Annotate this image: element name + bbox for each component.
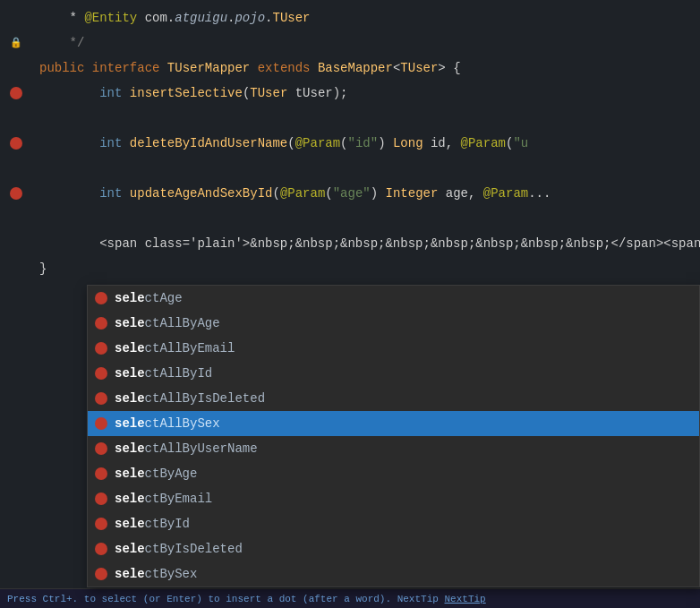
code-content-1: * @Entity com.atguigu.pojo.TUser — [32, 5, 693, 30]
gutter-2: 🔒 — [0, 30, 32, 56]
autocomplete-item-selectByIsDeleted[interactable]: selectByIsDeleted — [88, 536, 699, 561]
method-icon-12 — [95, 568, 107, 580]
code-content-5 — [32, 106, 693, 131]
code-line-update: int updateAgeAndSexById(@Param("age") In… — [0, 181, 700, 206]
code-line-comment-end: 🔒 */ — [0, 30, 700, 56]
code-block: * @Entity com.atguigu.pojo.TUser 🔒 */ pu… — [0, 0, 700, 287]
code-line-closing-brace: } — [0, 256, 700, 281]
autocomplete-item-selectAge[interactable]: selectAge — [88, 286, 699, 311]
method-icon-9 — [95, 492, 107, 505]
code-content-2: */ — [32, 30, 693, 56]
ac-label-5: selectAllByIsDeleted — [115, 391, 265, 406]
autocomplete-item-selectAllByEmail[interactable]: selectAllByEmail — [88, 336, 699, 361]
code-content-6: int deleteByIdAndUserName(@Param("id") L… — [32, 131, 693, 156]
gutter-4 — [0, 87, 32, 99]
ac-label-7: selectAllByUserName — [115, 441, 258, 456]
autocomplete-item-selectAllByAge[interactable]: selectAllByAge — [88, 311, 699, 336]
breakpoint-icon-3 — [10, 187, 22, 200]
ac-label-8: selectByAge — [115, 467, 197, 481]
code-line-typing: <span class='plain'>&nbsp;&nbsp;&nbsp;&n… — [0, 231, 700, 256]
method-icon-11 — [95, 543, 107, 555]
autocomplete-item-selectAllByUserName[interactable]: selectAllByUserName — [88, 436, 699, 461]
status-bar: Press Ctrl+. to select (or Enter) to ins… — [0, 588, 700, 608]
code-content-7 — [32, 156, 693, 181]
ac-label-12: selectBySex — [115, 567, 197, 581]
method-icon-5 — [95, 392, 107, 405]
method-icon-1 — [95, 292, 107, 304]
gutter-6 — [0, 137, 32, 150]
code-content-9 — [32, 206, 693, 231]
typed-sele: <span class='plain'>&nbsp;&nbsp;&nbsp;&n… — [99, 236, 700, 251]
code-content-4: int insertSelective(TUser tUser); — [32, 81, 693, 106]
method-icon-7 — [95, 442, 107, 455]
method-icon-6 — [95, 417, 107, 430]
autocomplete-item-selectAllBySex[interactable]: selectAllBySex — [88, 411, 699, 436]
ac-label-4: selectAllById — [115, 366, 212, 381]
method-icon-8 — [95, 467, 107, 480]
ac-label-1: selectAge — [115, 291, 183, 305]
method-icon-2 — [95, 317, 107, 330]
code-line-entity: * @Entity com.atguigu.pojo.TUser — [0, 5, 700, 30]
ac-label-10: selectById — [115, 517, 190, 531]
code-line-empty-3 — [0, 206, 700, 231]
code-content-10[interactable]: <span class='plain'>&nbsp;&nbsp;&nbsp;&n… — [32, 231, 700, 256]
next-tip-link[interactable]: NextTip — [445, 594, 486, 604]
ac-label-3: selectAllByEmail — [115, 341, 235, 355]
code-line-insert: int insertSelective(TUser tUser); — [0, 81, 700, 106]
breakpoint-icon-2 — [10, 137, 22, 150]
lock-icon: 🔒 — [10, 30, 22, 56]
code-content-11: } — [32, 256, 693, 281]
breakpoint-icon-1 — [10, 87, 22, 99]
method-icon-4 — [95, 367, 107, 380]
code-content-8: int updateAgeAndSexById(@Param("age") In… — [32, 181, 693, 206]
ac-label-6: selectAllBySex — [115, 416, 220, 431]
autocomplete-item-selectAllById[interactable]: selectAllById — [88, 361, 699, 386]
autocomplete-item-selectByAge[interactable]: selectByAge — [88, 461, 699, 486]
autocomplete-dropdown[interactable]: selectAge selectAllByAge selectAllByEmai… — [87, 285, 700, 587]
status-text: Press Ctrl+. to select (or Enter) to ins… — [7, 594, 439, 604]
autocomplete-item-selectById[interactable]: selectById — [88, 511, 699, 536]
ac-label-11: selectByIsDeleted — [115, 542, 243, 556]
gutter-8 — [0, 187, 32, 200]
code-line-empty-1 — [0, 106, 700, 131]
code-line-empty-2 — [0, 156, 700, 181]
method-icon-10 — [95, 518, 107, 530]
ac-label-9: selectByEmail — [115, 492, 212, 506]
ac-label-2: selectAllByAge — [115, 316, 220, 330]
method-icon-3 — [95, 342, 107, 355]
autocomplete-item-selectByEmail[interactable]: selectByEmail — [88, 486, 699, 511]
code-content-3: public interface TUserMapper extends Bas… — [32, 56, 693, 81]
editor-area: * @Entity com.atguigu.pojo.TUser 🔒 */ pu… — [0, 0, 700, 608]
autocomplete-item-selectBySex[interactable]: selectBySex — [88, 561, 699, 587]
code-line-interface: public interface TUserMapper extends Bas… — [0, 56, 700, 81]
code-line-delete: int deleteByIdAndUserName(@Param("id") L… — [0, 131, 700, 156]
autocomplete-item-selectAllByIsDeleted[interactable]: selectAllByIsDeleted — [88, 386, 699, 411]
